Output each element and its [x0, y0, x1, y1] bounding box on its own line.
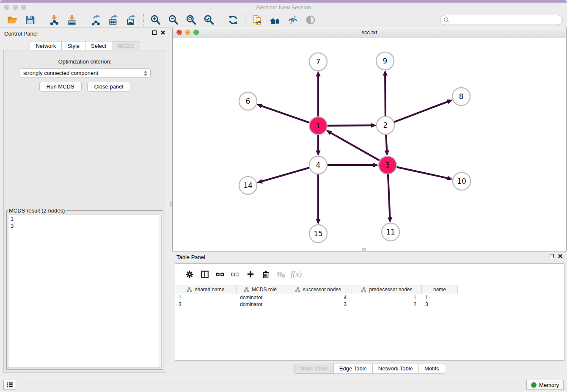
column-header-name[interactable]: name	[422, 285, 458, 294]
table-cell[interactable]: 4	[284, 294, 352, 301]
table-panel-title: Table Panel	[176, 254, 205, 260]
network-graph[interactable]: 7968124314101511	[173, 38, 566, 251]
graph-node-label-10: 10	[457, 177, 466, 185]
table-cell[interactable]: 1	[422, 294, 458, 301]
canvas-scroll-hint[interactable]	[362, 248, 366, 251]
graph-arrowhead-1-4	[316, 151, 320, 156]
close-network-window-button[interactable]: ×	[176, 30, 182, 35]
save-session-button[interactable]	[23, 13, 37, 27]
table-cell[interactable]: 3	[422, 301, 458, 308]
export-image-icon	[126, 14, 137, 25]
graph-edge-3-1[interactable]	[330, 133, 380, 160]
table-cell[interactable]: 3	[175, 301, 237, 308]
table-cell[interactable]: dominator	[237, 301, 284, 308]
zoom-selected-button[interactable]	[202, 13, 216, 27]
graph-node-label-8: 8	[459, 92, 464, 101]
result-scrollbar[interactable]	[158, 215, 161, 367]
app-titlebar: Session: New Session	[0, 3, 567, 12]
graph-edge-2-3[interactable]	[386, 135, 387, 151]
zoom-fit-button[interactable]	[184, 13, 198, 27]
tab-node-table[interactable]: Node Table	[294, 364, 334, 374]
apply-layout-icon	[228, 14, 239, 25]
tab-edge-table[interactable]: Edge Table	[333, 364, 373, 374]
network-window-titlebar[interactable]: × − + scc.txt	[173, 27, 566, 38]
import-network-button[interactable]	[47, 13, 61, 27]
close-table-panel-icon[interactable]	[558, 254, 563, 259]
table-header-row: shared nameMCDS rolesuccessor nodesprede…	[175, 285, 564, 294]
delete-entry-button[interactable]	[258, 267, 273, 282]
import-table-button[interactable]	[65, 13, 79, 27]
column-header-successor-nodes[interactable]: successor nodes	[284, 285, 352, 294]
toggle-panels-button[interactable]	[286, 13, 300, 27]
graph-edge-2-8[interactable]	[394, 102, 449, 122]
graph-edge-1-6[interactable]	[261, 106, 309, 123]
export-network-icon	[91, 14, 102, 25]
toolbar-separator	[42, 14, 42, 26]
add-entry-button[interactable]	[243, 267, 258, 282]
open-file-button[interactable]	[5, 13, 19, 27]
toggle-panels-icon	[287, 14, 298, 25]
table-cell[interactable]: 2	[352, 301, 422, 308]
main-toolbar-groups	[3, 13, 319, 27]
shared-column-icon	[187, 287, 192, 293]
run-mcds-button[interactable]: Run MCDS	[39, 82, 82, 91]
column-header-label: MCDS role	[252, 287, 277, 293]
network-canvas[interactable]: 7968124314101511	[173, 38, 566, 251]
zoom-out-button[interactable]	[166, 13, 181, 27]
column-header-label: shared name	[195, 287, 224, 293]
table-cell[interactable]: 3	[284, 301, 352, 308]
column-settings-button[interactable]	[182, 267, 197, 282]
minimize-network-window-button[interactable]: −	[185, 30, 190, 35]
deselect-all-icon	[231, 270, 240, 279]
search-box[interactable]	[440, 15, 563, 25]
shared-column-icon	[361, 287, 366, 293]
task-history-button[interactable]	[3, 380, 16, 390]
mcds-result-legend: MCDS result (2 nodes)	[8, 207, 66, 214]
control-panel-header: Control Panel	[0, 28, 170, 39]
mcds-tab-content: Optimization criterion: strongly connect…	[3, 50, 166, 373]
graph-edge-3-11[interactable]	[388, 174, 390, 218]
import-table-icon	[66, 14, 77, 25]
export-image-button[interactable]	[124, 13, 139, 27]
graph-node-label-11: 11	[386, 228, 395, 236]
table-cell[interactable]: 1	[175, 294, 237, 301]
close-panel-button[interactable]: Close panel	[87, 82, 131, 91]
table-row[interactable]: 3dominator323	[175, 301, 564, 308]
close-panel-icon[interactable]	[160, 30, 165, 35]
optimization-criterion-dropdown[interactable]: strongly connected component	[19, 68, 151, 78]
maximize-network-window-button[interactable]: +	[193, 30, 199, 35]
table-cell[interactable]: dominator	[237, 294, 284, 301]
tab-motifs[interactable]: Motifs	[418, 364, 445, 374]
show-columns-button[interactable]	[197, 267, 212, 282]
column-header-predecessor-nodes[interactable]: predecessor nodes	[352, 285, 422, 294]
float-panel-icon[interactable]	[152, 30, 157, 35]
mcds-result-textarea[interactable]: 13	[8, 215, 162, 368]
select-all-button[interactable]	[212, 267, 228, 282]
graph-arrowhead-3-10	[447, 176, 453, 180]
deselect-all-button[interactable]	[228, 267, 243, 282]
zoom-in-button[interactable]	[149, 13, 163, 27]
shared-column-icon	[295, 287, 300, 293]
column-header-MCDS-role[interactable]: MCDS role	[237, 285, 284, 294]
graph-node-label-2: 2	[383, 121, 388, 130]
graph-edge-1-2[interactable]	[328, 125, 372, 126]
graph-edge-4-14[interactable]	[261, 168, 309, 182]
graph-edge-3-10[interactable]	[396, 167, 448, 178]
home-button[interactable]	[268, 13, 282, 27]
tab-network-table[interactable]: Network Table	[372, 364, 419, 374]
mcds-result-fieldset: MCDS result (2 nodes) 13	[6, 207, 163, 370]
column-header-shared-name[interactable]: shared name	[175, 285, 237, 294]
table-row[interactable]: 1dominator411	[175, 294, 564, 301]
table-toolbar: f(x)	[175, 264, 564, 285]
float-table-panel-icon[interactable]	[550, 254, 554, 258]
graph-edge-2-9[interactable]	[385, 75, 385, 116]
memory-button[interactable]: Memory	[526, 380, 564, 390]
table-cell[interactable]: 1	[352, 294, 422, 301]
clone-network-button[interactable]	[250, 13, 264, 27]
export-table-button[interactable]	[107, 13, 121, 27]
graph-node-label-1: 1	[316, 121, 321, 130]
show-columns-icon	[200, 270, 209, 279]
apply-layout-button[interactable]	[226, 13, 240, 27]
export-network-button[interactable]	[89, 13, 103, 27]
search-input[interactable]	[450, 16, 562, 24]
